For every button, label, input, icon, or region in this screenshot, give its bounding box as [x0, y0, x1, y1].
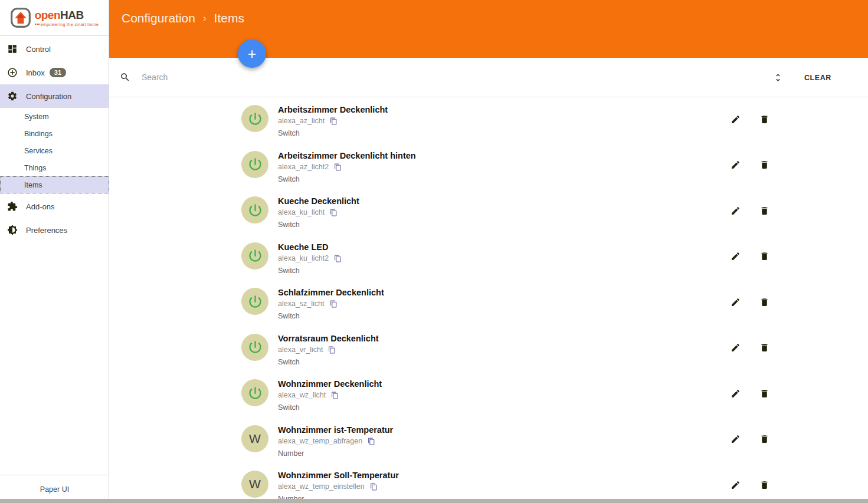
gear-icon [7, 91, 18, 101]
pencil-icon [731, 480, 741, 490]
item-row[interactable]: Schlafzimmer Deckenlicht alexa_sz_licht … [241, 280, 779, 326]
item-text: Schlafzimmer Deckenlicht alexa_sz_licht … [278, 280, 384, 320]
power-icon [247, 294, 263, 310]
pencil-icon [731, 343, 741, 353]
edit-item-button[interactable] [729, 295, 742, 308]
sidebar-item-services[interactable]: Services [0, 142, 109, 159]
item-text: Wohnzimmer Deckenlicht alexa_wz_licht Sw… [278, 372, 382, 412]
edit-item-button[interactable] [729, 433, 742, 446]
item-title: Wohnzimmer Soll-Temperatur [278, 471, 399, 480]
sidebar-item-preferences[interactable]: Preferences [0, 218, 109, 242]
add-circle-icon [7, 67, 18, 78]
delete-item-button[interactable] [758, 387, 771, 400]
sidebar-item-bindings[interactable]: Bindings [0, 125, 109, 142]
delete-item-button[interactable] [758, 295, 771, 308]
openhab-logo-icon [10, 7, 31, 28]
item-title: Kueche Deckenlicht [278, 197, 359, 206]
item-actions [729, 113, 771, 126]
item-row[interactable]: W Wohnzimmer Soll-Temperatur alexa_wz_te… [241, 463, 779, 503]
trash-icon [759, 251, 769, 261]
item-title: Arbeitszimmer Deckenlicht hinten [278, 152, 416, 160]
item-type: Switch [278, 359, 379, 366]
sidebar-item-addons[interactable]: Add-ons [0, 195, 109, 218]
sidebar-item-label: Configuration [26, 92, 71, 101]
pencil-icon [731, 297, 741, 307]
item-category-icon: W [241, 425, 268, 452]
item-type: Number [278, 450, 393, 458]
edit-item-button[interactable] [729, 204, 742, 217]
add-item-fab[interactable]: + [238, 40, 266, 68]
sidebar-item-configuration[interactable]: Configuration [0, 84, 109, 108]
brand-hab: HAB [60, 9, 84, 21]
delete-item-button[interactable] [758, 478, 771, 491]
item-name: alexa_ku_licht [278, 209, 325, 216]
delete-item-button[interactable] [758, 113, 771, 126]
sidebar-item-items[interactable]: Items [0, 176, 109, 193]
edit-item-button[interactable] [729, 387, 742, 400]
copy-icon[interactable] [328, 346, 336, 354]
item-name: alexa_vr_licht [278, 346, 323, 354]
sidebar-item-label: Inbox [26, 68, 45, 77]
copy-icon[interactable] [330, 209, 338, 216]
sort-button[interactable] [771, 70, 785, 85]
inbox-count-badge: 31 [50, 68, 66, 77]
item-title: Vorratsraum Deckenlicht [278, 334, 379, 343]
edit-item-button[interactable] [729, 159, 742, 172]
item-category-icon [241, 242, 268, 269]
pencil-icon [731, 114, 741, 124]
delete-item-button[interactable] [758, 433, 771, 446]
delete-item-button[interactable] [758, 204, 771, 217]
sidebar-item-things[interactable]: Things [0, 159, 109, 176]
item-row[interactable]: Arbeitszimmer Deckenlicht hinten alexa_a… [241, 143, 779, 189]
breadcrumb-section[interactable]: Configuration [122, 11, 195, 25]
item-name: alexa_sz_licht [278, 300, 325, 308]
copy-icon[interactable] [370, 483, 378, 491]
power-icon [247, 202, 263, 218]
tagline-dots-icon [35, 24, 40, 25]
copy-icon[interactable] [334, 163, 342, 171]
edit-item-button[interactable] [729, 478, 742, 491]
search-input[interactable] [142, 73, 673, 82]
trash-icon [759, 160, 769, 170]
delete-item-button[interactable] [758, 250, 771, 263]
pencil-icon [731, 434, 741, 444]
copy-icon[interactable] [334, 255, 342, 262]
item-actions [729, 204, 771, 217]
trash-icon [759, 206, 769, 216]
copy-icon[interactable] [331, 392, 339, 399]
item-row[interactable]: Vorratsraum Deckenlicht alexa_vr_licht S… [241, 326, 779, 372]
sidebar-item-control[interactable]: Control [0, 37, 109, 61]
copy-icon[interactable] [330, 117, 338, 125]
copy-icon[interactable] [330, 300, 338, 308]
scrollbar-thumb[interactable] [0, 499, 868, 503]
logo-tagline: empowering the smart home [35, 22, 99, 27]
edit-item-button[interactable] [729, 113, 742, 126]
item-category-icon [241, 196, 268, 223]
edit-item-button[interactable] [729, 341, 742, 354]
item-actions [729, 159, 771, 172]
item-row[interactable]: W Wohnzimmer ist-Temperatur alexa_wz_tem… [241, 417, 779, 463]
page-header: Configuration › Items [109, 0, 868, 58]
sidebar-item-system[interactable]: System [0, 108, 109, 125]
delete-item-button[interactable] [758, 159, 771, 172]
item-row[interactable]: Kueche Deckenlicht alexa_ku_licht Switch [241, 189, 779, 235]
item-actions [729, 387, 771, 400]
item-name: alexa_wz_licht [278, 392, 326, 399]
clear-search-button[interactable]: CLEAR [801, 69, 835, 87]
item-text: Wohnzimmer Soll-Temperatur alexa_wz_temp… [278, 463, 399, 503]
sidebar-item-inbox[interactable]: Inbox 31 [0, 61, 109, 84]
breadcrumb-separator-icon: › [203, 12, 207, 24]
item-actions [729, 478, 771, 491]
power-icon [247, 156, 263, 172]
item-type: Switch [278, 176, 416, 183]
horizontal-scrollbar[interactable] [0, 499, 868, 503]
power-icon [247, 385, 263, 401]
item-row[interactable]: Kueche LED alexa_ku_licht2 Switch [241, 235, 779, 281]
item-row[interactable]: Arbeitszimmer Deckenlicht alexa_az_licht… [241, 97, 779, 143]
copy-icon[interactable] [368, 438, 375, 445]
brand-open: open [35, 9, 60, 21]
edit-item-button[interactable] [729, 250, 742, 263]
delete-item-button[interactable] [758, 341, 771, 354]
item-row[interactable]: Wohnzimmer Deckenlicht alexa_wz_licht Sw… [241, 372, 779, 417]
item-actions [729, 341, 771, 354]
